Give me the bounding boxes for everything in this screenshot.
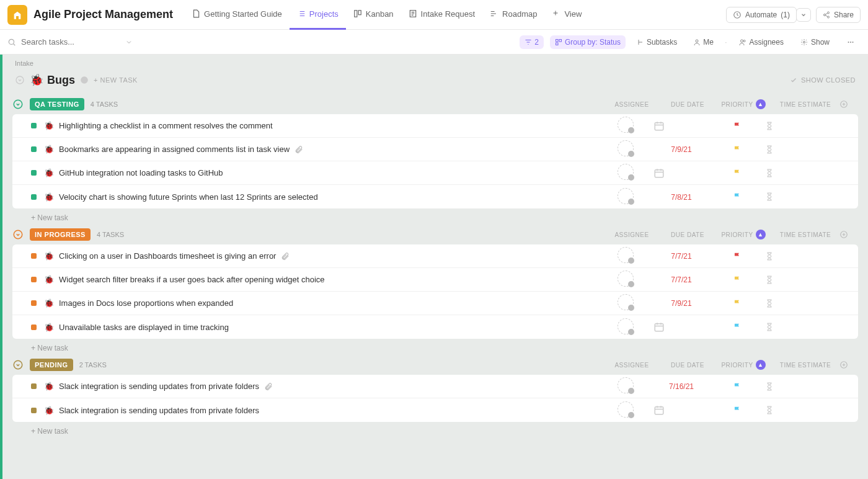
col-priority[interactable]: PRIORITY ▲ — [715, 360, 771, 370]
due-date-cell[interactable]: 7/16/21 — [653, 382, 709, 391]
due-date-value[interactable]: 7/16/21 — [669, 382, 694, 391]
priority-cell[interactable] — [709, 382, 765, 391]
time-estimate-cell[interactable] — [765, 382, 833, 392]
due-date-value[interactable]: 7/9/21 — [671, 299, 691, 308]
due-date-cell[interactable] — [653, 405, 709, 416]
collapse-group-icon[interactable] — [12, 99, 24, 110]
add-assignee-icon[interactable] — [618, 318, 634, 334]
due-date-cell[interactable]: 7/7/21 — [653, 275, 709, 284]
priority-cell[interactable] — [709, 145, 765, 154]
calendar-icon[interactable] — [653, 168, 709, 179]
info-icon[interactable] — [80, 76, 89, 84]
hourglass-icon[interactable] — [765, 275, 833, 285]
task-row[interactable]: 🐞GitHub integration not loading tasks to… — [12, 161, 858, 185]
time-estimate-cell[interactable] — [765, 322, 833, 332]
task-row[interactable]: 🐞Velocity chart is showing future Sprint… — [12, 185, 858, 208]
hourglass-icon[interactable] — [765, 145, 833, 154]
col-due-date[interactable]: DUE DATE — [660, 362, 715, 369]
due-date-cell[interactable]: 7/9/21 — [653, 298, 709, 308]
assignees-pill[interactable]: Assignees — [733, 35, 789, 49]
task-title[interactable]: Clicking on a user in Dashboards timeshe… — [59, 251, 276, 261]
priority-flag-icon[interactable] — [733, 406, 742, 414]
task-title[interactable]: Unavailable tasks are displayed in time … — [59, 323, 229, 332]
time-estimate-cell[interactable] — [765, 275, 833, 285]
col-due-date[interactable]: DUE DATE — [660, 231, 715, 238]
hourglass-icon[interactable] — [765, 382, 833, 392]
status-dot[interactable] — [31, 253, 37, 259]
priority-flag-icon[interactable] — [733, 382, 742, 391]
due-date-value[interactable]: 7/7/21 — [671, 252, 691, 261]
hourglass-icon[interactable] — [765, 168, 833, 178]
status-dot[interactable] — [31, 408, 37, 413]
hourglass-icon[interactable] — [765, 251, 833, 261]
add-assignee-icon[interactable] — [618, 271, 634, 287]
due-date-cell[interactable]: 7/7/21 — [653, 251, 709, 261]
share-button[interactable]: Share — [816, 7, 861, 23]
col-priority[interactable]: PRIORITY ▲ — [715, 230, 771, 240]
status-pill[interactable]: IN PROGRESS — [30, 228, 91, 241]
task-row[interactable]: 🐞Highlighting a checklist in a comment r… — [12, 114, 858, 138]
status-dot[interactable] — [31, 325, 37, 330]
add-assignee-icon[interactable] — [618, 188, 634, 204]
task-title[interactable]: Velocity chart is showing future Sprints… — [59, 192, 318, 202]
add-assignee-icon[interactable] — [618, 164, 634, 180]
due-date-cell[interactable] — [653, 120, 709, 132]
list-name[interactable]: 🐞 Bugs — [30, 73, 75, 87]
due-date-cell[interactable] — [653, 168, 709, 179]
assignee-cell[interactable] — [598, 318, 653, 336]
col-due-date[interactable]: DUE DATE — [660, 101, 715, 108]
attachment-icon[interactable] — [281, 252, 290, 261]
hourglass-icon[interactable] — [765, 192, 833, 202]
collapse-list-icon[interactable] — [15, 75, 25, 85]
priority-cell[interactable] — [709, 169, 765, 177]
col-time-estimate[interactable]: TIME ESTIMATE — [771, 362, 839, 369]
col-assignee[interactable]: ASSIGNEE — [604, 231, 660, 238]
priority-flag-icon[interactable] — [733, 145, 742, 154]
new-task-link[interactable]: + NEW TASK — [94, 76, 138, 84]
calendar-icon[interactable] — [653, 321, 709, 333]
assignee-cell[interactable] — [598, 140, 653, 158]
automate-button[interactable]: Automate (1) — [726, 7, 797, 23]
add-assignee-icon[interactable] — [618, 401, 634, 418]
priority-flag-icon[interactable] — [733, 252, 742, 261]
add-assignee-icon[interactable] — [618, 377, 634, 393]
view-tab-intake-request[interactable]: Intake Request — [401, 0, 482, 30]
status-dot[interactable] — [31, 383, 37, 389]
collapse-group-icon[interactable] — [12, 229, 24, 240]
priority-cell[interactable] — [709, 275, 765, 284]
groupby-pill[interactable]: Group by: Status — [550, 35, 626, 49]
assignee-cell[interactable] — [598, 401, 653, 419]
priority-flag-icon[interactable] — [733, 299, 742, 308]
search-box[interactable] — [7, 37, 513, 47]
subtasks-pill[interactable]: Subtasks — [632, 35, 682, 49]
calendar-icon[interactable] — [653, 120, 709, 132]
attachment-icon[interactable] — [294, 145, 303, 154]
task-title[interactable]: Slack integration is sending updates fro… — [59, 406, 259, 415]
col-priority[interactable]: PRIORITY ▲ — [715, 99, 771, 109]
add-column-button[interactable] — [839, 360, 858, 369]
view-tab-roadmap[interactable]: Roadmap — [482, 0, 544, 30]
task-title[interactable]: GitHub integration not loading tasks to … — [59, 168, 223, 177]
time-estimate-cell[interactable] — [765, 121, 833, 131]
priority-flag-icon[interactable] — [733, 275, 742, 284]
priority-cell[interactable] — [709, 299, 765, 308]
task-title[interactable]: Highlighting a checklist in a comment re… — [59, 121, 273, 130]
status-pill[interactable]: QA TESTING — [30, 98, 84, 110]
priority-flag-icon[interactable] — [733, 192, 742, 201]
show-pill[interactable]: Show — [795, 35, 835, 49]
status-dot[interactable] — [31, 170, 37, 176]
task-title[interactable]: Images in Docs lose proportions when exp… — [59, 298, 233, 308]
more-menu[interactable] — [841, 36, 861, 48]
priority-flag-icon[interactable] — [733, 122, 742, 130]
priority-flag-icon[interactable] — [733, 169, 742, 177]
time-estimate-cell[interactable] — [765, 192, 833, 202]
status-dot[interactable] — [31, 194, 37, 200]
view-tab-projects[interactable]: Projects — [290, 0, 346, 30]
task-row[interactable]: 🐞Widget search filter breaks if a user g… — [12, 268, 858, 292]
priority-flag-icon[interactable] — [733, 323, 742, 331]
calendar-icon[interactable] — [653, 405, 709, 416]
add-view-tab[interactable]: View — [544, 0, 589, 30]
time-estimate-cell[interactable] — [765, 145, 833, 154]
task-row[interactable]: 🐞Images in Docs lose proportions when ex… — [12, 292, 858, 315]
task-row[interactable]: 🐞Slack integration is sending updates fr… — [12, 398, 858, 422]
